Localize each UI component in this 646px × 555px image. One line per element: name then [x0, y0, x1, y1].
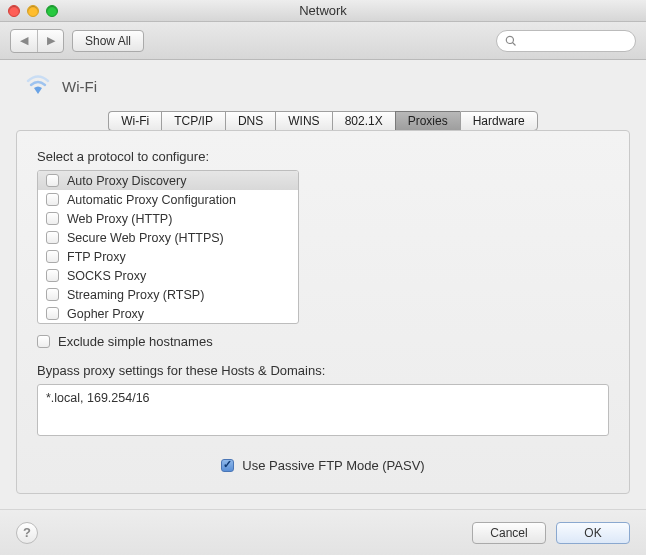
- exclude-simple-checkbox[interactable]: [37, 335, 50, 348]
- window-title: Network: [0, 3, 646, 18]
- protocol-row[interactable]: Web Proxy (HTTP): [38, 209, 298, 228]
- bypass-textarea[interactable]: *.local, 169.254/16: [37, 384, 609, 436]
- tab-dns[interactable]: DNS: [225, 111, 275, 131]
- tab-hardware[interactable]: Hardware: [460, 111, 538, 131]
- titlebar: Network: [0, 0, 646, 22]
- toolbar: ◀ ▶ Show All: [0, 22, 646, 60]
- select-protocol-label: Select a protocol to configure:: [37, 149, 609, 164]
- protocol-label: Streaming Proxy (RTSP): [67, 288, 204, 302]
- protocol-row[interactable]: FTP Proxy: [38, 247, 298, 266]
- tab-wi-fi[interactable]: Wi-Fi: [108, 111, 161, 131]
- protocol-checkbox[interactable]: [46, 174, 59, 187]
- protocol-label: SOCKS Proxy: [67, 269, 146, 283]
- protocol-list[interactable]: Auto Proxy DiscoveryAutomatic Proxy Conf…: [37, 170, 299, 324]
- passive-ftp-row[interactable]: Use Passive FTP Mode (PASV): [37, 458, 609, 473]
- protocol-checkbox[interactable]: [46, 269, 59, 282]
- protocol-row[interactable]: Automatic Proxy Configuration: [38, 190, 298, 209]
- protocol-row[interactable]: Secure Web Proxy (HTTPS): [38, 228, 298, 247]
- protocol-label: Secure Web Proxy (HTTPS): [67, 231, 224, 245]
- protocol-checkbox[interactable]: [46, 193, 59, 206]
- content-area: Wi-Fi Wi-FiTCP/IPDNSWINS802.1XProxiesHar…: [0, 60, 646, 555]
- connection-name: Wi-Fi: [62, 78, 97, 95]
- protocol-checkbox[interactable]: [46, 250, 59, 263]
- back-button[interactable]: ◀: [11, 30, 37, 52]
- protocol-checkbox[interactable]: [46, 288, 59, 301]
- protocol-checkbox[interactable]: [46, 212, 59, 225]
- protocol-label: Gopher Proxy: [67, 307, 144, 321]
- wifi-icon: [24, 74, 52, 99]
- tab-802-1x[interactable]: 802.1X: [332, 111, 395, 131]
- passive-ftp-label: Use Passive FTP Mode (PASV): [242, 458, 424, 473]
- cancel-button[interactable]: Cancel: [472, 522, 546, 544]
- ok-button[interactable]: OK: [556, 522, 630, 544]
- protocol-label: FTP Proxy: [67, 250, 126, 264]
- show-all-button[interactable]: Show All: [72, 30, 144, 52]
- forward-button[interactable]: ▶: [37, 30, 63, 52]
- help-button[interactable]: ?: [16, 522, 38, 544]
- tab-proxies[interactable]: Proxies: [395, 111, 460, 131]
- connection-header: Wi-Fi: [8, 70, 638, 111]
- exclude-simple-row[interactable]: Exclude simple hostnames: [37, 334, 609, 349]
- tab-wins[interactable]: WINS: [275, 111, 331, 131]
- protocol-row[interactable]: Auto Proxy Discovery: [38, 171, 298, 190]
- tab-bar: Wi-FiTCP/IPDNSWINS802.1XProxiesHardware: [8, 111, 638, 131]
- bypass-value: *.local, 169.254/16: [46, 391, 150, 405]
- search-input[interactable]: [496, 30, 636, 52]
- exclude-simple-label: Exclude simple hostnames: [58, 334, 213, 349]
- protocol-label: Automatic Proxy Configuration: [67, 193, 236, 207]
- bypass-label: Bypass proxy settings for these Hosts & …: [37, 363, 609, 378]
- tab-tcp-ip[interactable]: TCP/IP: [161, 111, 225, 131]
- nav-buttons: ◀ ▶: [10, 29, 64, 53]
- protocol-label: Web Proxy (HTTP): [67, 212, 172, 226]
- proxies-panel: Select a protocol to configure: Auto Pro…: [16, 130, 630, 494]
- protocol-checkbox[interactable]: [46, 307, 59, 320]
- protocol-label: Auto Proxy Discovery: [67, 174, 186, 188]
- passive-ftp-checkbox[interactable]: [221, 459, 234, 472]
- protocol-row[interactable]: SOCKS Proxy: [38, 266, 298, 285]
- footer: ? Cancel OK: [0, 509, 646, 555]
- protocol-row[interactable]: Streaming Proxy (RTSP): [38, 285, 298, 304]
- search-icon: [505, 35, 517, 47]
- protocol-checkbox[interactable]: [46, 231, 59, 244]
- protocol-row[interactable]: Gopher Proxy: [38, 304, 298, 323]
